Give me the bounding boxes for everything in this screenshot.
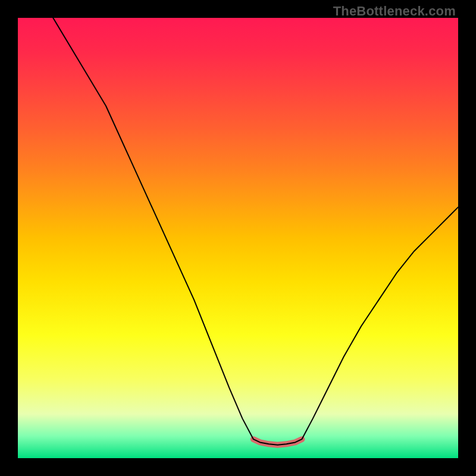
black-curve <box>53 18 458 445</box>
chart-frame: TheBottleneck.com <box>0 0 476 476</box>
plot-area <box>18 18 458 458</box>
curve-layer <box>18 18 458 458</box>
watermark-text: TheBottleneck.com <box>333 4 456 19</box>
